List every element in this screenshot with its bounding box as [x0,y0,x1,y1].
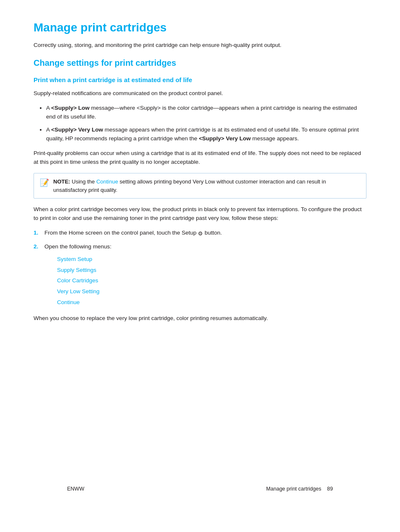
footer-right: Manage print cartridges 89 [266,486,333,492]
step-1-num: 1. [34,229,41,238]
supply-notifications-para: Supply-related notifications are communi… [34,89,366,98]
supply-bullet-list: A <Supply> Low message—where <Supply> is… [46,104,366,143]
submenu-very-low-setting: Very Low Setting [57,287,112,296]
submenu-system-setup: System Setup [57,255,112,264]
print-quality-para: Print-quality problems can occur when us… [34,149,366,167]
subsection-title: Print when a print cartridge is at estim… [34,76,366,83]
footer-label: Manage print cartridges [266,486,321,492]
note-text-before: Using the [72,178,96,185]
footer-left: ENWW [67,486,84,492]
note-box: 📝 NOTE: Using the Continue setting allow… [34,173,366,199]
section-title: Change settings for print cartridges [34,58,366,68]
step-1-text: From the Home screen on the control pane… [44,229,222,238]
step-2: 2. Open the following menus: System Setu… [34,243,366,308]
very-low-setting-link[interactable]: Very Low Setting [57,287,99,296]
page-footer: ENWW Manage print cartridges 89 [67,486,333,492]
bullet-supply-low: A <Supply> Low message—where <Supply> is… [46,104,366,121]
submenu-color-cartridges: Color Cartridges [57,276,112,285]
step-2-text: Open the following menus: System Setup S… [44,243,112,308]
steps-list: 1. From the Home screen on the control p… [34,229,366,308]
supply-settings-link[interactable]: Supply Settings [57,266,96,275]
note-label: NOTE: [53,178,70,185]
step-2-num: 2. [34,243,41,308]
submenu-list: System Setup Supply Settings Color Cartr… [57,255,112,307]
continue-menu-link[interactable]: Continue [57,298,80,307]
submenu-supply-settings: Supply Settings [57,266,112,275]
step-1: 1. From the Home screen on the control p… [34,229,366,238]
system-setup-link[interactable]: System Setup [57,255,92,264]
replace-cartridge-para: When you choose to replace the very low … [34,314,366,323]
footer-page-num: 89 [327,486,333,492]
color-cartridge-para: When a color print cartridge becomes ver… [34,205,366,223]
submenu-continue: Continue [57,298,112,307]
page-title: Manage print cartridges [34,21,366,34]
note-content: NOTE: Using the Continue setting allows … [53,178,360,194]
bullet-supply-very-low: A <Supply> Very Low message appears when… [46,126,366,143]
intro-paragraph: Correctly using, storing, and monitoring… [34,42,366,48]
note-icon: 📝 [40,178,49,187]
color-cartridges-link[interactable]: Color Cartridges [57,276,98,285]
setup-icon: ⚙ [198,230,203,238]
continue-link[interactable]: Continue [96,178,118,185]
